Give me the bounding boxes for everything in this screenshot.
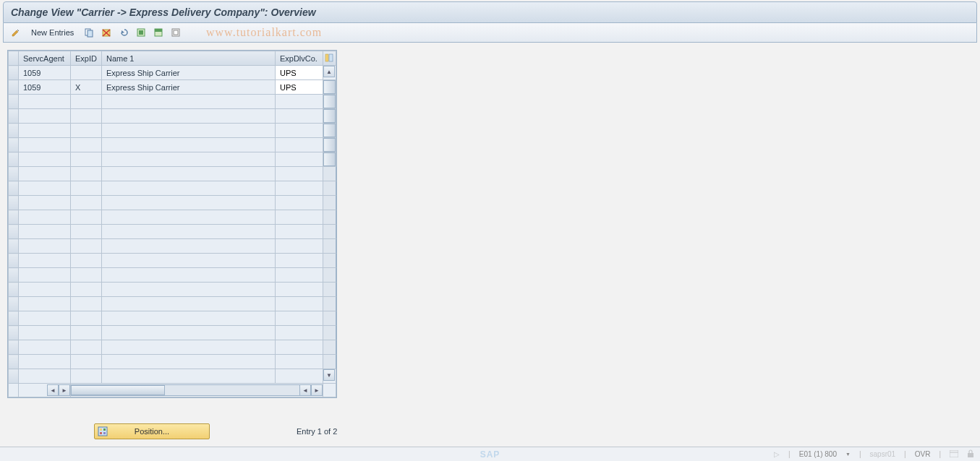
status-system-dropdown-icon[interactable]: ▼ [845, 452, 851, 457]
row-selector[interactable] [9, 355, 19, 369]
cell-expdlvco[interactable] [275, 311, 323, 326]
cell-expdlvco[interactable] [275, 95, 323, 109]
vscroll-up-icon[interactable]: ▲ [323, 66, 335, 77]
vscroll-thumb[interactable] [323, 152, 336, 166]
vertical-scrollbar-cell[interactable] [323, 225, 336, 239]
vscroll-thumb[interactable] [323, 109, 336, 123]
cell-expdlvco[interactable] [275, 326, 323, 340]
row-selector[interactable] [9, 167, 19, 181]
cell-expdlvco[interactable] [275, 340, 323, 355]
cell-expdlvco[interactable] [275, 181, 323, 196]
undo-icon[interactable] [117, 26, 130, 39]
vertical-scrollbar-cell[interactable] [323, 109, 336, 124]
cell-expdlvco[interactable]: UPS [275, 66, 323, 80]
vertical-scrollbar-cell[interactable] [323, 254, 336, 268]
row-selector[interactable] [9, 80, 19, 95]
hscroll-left2-icon[interactable]: ◄ [299, 384, 311, 396]
vertical-scrollbar-cell[interactable] [323, 138, 336, 152]
row-selector[interactable] [9, 66, 19, 80]
vertical-scrollbar-cell[interactable] [323, 210, 336, 225]
row-selector[interactable] [9, 268, 19, 283]
new-entries-button[interactable]: New Entries [27, 27, 78, 38]
vertical-scrollbar-cell[interactable] [323, 355, 336, 369]
cell-expdlvco[interactable] [275, 283, 323, 297]
select-all-icon[interactable] [135, 26, 148, 39]
vertical-scrollbar-cell[interactable]: ▼ [323, 369, 336, 384]
row-selector[interactable] [9, 369, 19, 384]
row-selector[interactable] [9, 124, 19, 138]
vertical-scrollbar-cell[interactable] [323, 268, 336, 283]
col-header-expid[interactable]: ExpID [71, 51, 102, 66]
row-selector[interactable] [9, 152, 19, 167]
cell-expdlvco[interactable] [275, 268, 323, 283]
vertical-scrollbar-cell[interactable] [323, 124, 336, 138]
hscroll-right-icon[interactable]: ► [59, 384, 70, 396]
cell-expdlvco[interactable] [275, 254, 323, 268]
cell-expdlvco[interactable] [275, 369, 323, 384]
vertical-scrollbar-cell[interactable] [323, 297, 336, 311]
row-selector[interactable] [9, 210, 19, 225]
row-selector[interactable] [9, 225, 19, 239]
row-selector[interactable] [9, 239, 19, 254]
vscroll-thumb[interactable] [323, 138, 336, 152]
vertical-scrollbar-cell[interactable] [323, 95, 336, 109]
cell-expdlvco[interactable] [275, 167, 323, 181]
vertical-scrollbar-cell[interactable] [323, 80, 336, 95]
toggle-display-change-icon[interactable] [9, 26, 22, 39]
cell-expdlvco[interactable]: UPS [275, 80, 323, 95]
row-selector[interactable] [9, 138, 19, 152]
vertical-scrollbar-cell[interactable] [323, 181, 336, 196]
row-selector[interactable] [9, 196, 19, 210]
row-selector[interactable] [9, 254, 19, 268]
cell-expdlvco[interactable] [275, 210, 323, 225]
delete-icon[interactable] [100, 26, 113, 39]
col-header-name1[interactable]: Name 1 [101, 51, 275, 66]
row-selector[interactable] [9, 340, 19, 355]
row-selector[interactable] [9, 109, 19, 124]
cell-expdlvco[interactable] [275, 297, 323, 311]
vertical-scrollbar-cell[interactable]: ▲ [323, 66, 336, 80]
status-nav-icon[interactable]: ▷ [774, 450, 780, 458]
vscroll-thumb[interactable] [323, 95, 336, 108]
hscroll-left-icon[interactable]: ◄ [47, 384, 59, 396]
vertical-scrollbar-cell[interactable] [323, 167, 336, 181]
hscroll-thumb[interactable] [71, 385, 165, 395]
hscroll-right2-icon[interactable]: ► [311, 384, 323, 396]
vscroll-thumb[interactable] [323, 124, 336, 137]
vertical-scrollbar-cell[interactable] [323, 340, 336, 355]
cell-expdlvco[interactable] [275, 109, 323, 124]
copy-as-icon[interactable] [82, 26, 95, 39]
table-config-button[interactable] [323, 51, 336, 66]
cell-expdlvco[interactable] [275, 196, 323, 210]
horizontal-scrollbar[interactable]: ◄ ► ◄ ► [9, 384, 336, 397]
vertical-scrollbar-cell[interactable] [323, 196, 336, 210]
vertical-scrollbar-cell[interactable] [323, 152, 336, 167]
row-selector[interactable] [9, 283, 19, 297]
vscroll-thumb[interactable] [323, 80, 336, 94]
vertical-scrollbar-cell[interactable] [323, 326, 336, 340]
cell-expdlvco[interactable] [275, 225, 323, 239]
select-block-icon[interactable] [152, 26, 165, 39]
row-selector[interactable] [9, 181, 19, 196]
status-layout-icon[interactable] [950, 450, 958, 459]
select-all-header[interactable] [9, 51, 19, 66]
position-button[interactable]: Position... [94, 423, 210, 439]
cell-expdlvco[interactable] [275, 138, 323, 152]
status-lock-icon[interactable] [967, 449, 974, 460]
cell-expdlvco[interactable] [275, 152, 323, 167]
row-selector[interactable] [9, 326, 19, 340]
col-header-servcagent[interactable]: ServcAgent [19, 51, 71, 66]
cell-expdlvco[interactable] [275, 124, 323, 138]
cell-expdlvco[interactable] [275, 355, 323, 369]
row-selector[interactable] [9, 297, 19, 311]
vscroll-down-icon[interactable]: ▼ [323, 369, 335, 381]
vertical-scrollbar-cell[interactable] [323, 239, 336, 254]
row-selector[interactable] [9, 95, 19, 109]
row-selector[interactable] [9, 311, 19, 326]
vertical-scrollbar-cell[interactable] [323, 311, 336, 326]
hscroll-track[interactable] [71, 384, 299, 396]
vertical-scrollbar-cell[interactable] [323, 283, 336, 297]
col-header-expdlvco[interactable]: ExpDlvCo. [275, 51, 323, 66]
deselect-all-icon[interactable] [169, 26, 182, 39]
cell-expdlvco[interactable] [275, 239, 323, 254]
